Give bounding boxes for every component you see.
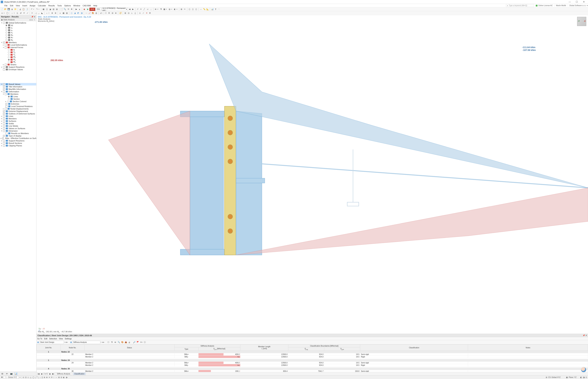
snap15-icon[interactable]: ↔ (55, 376, 57, 378)
calcall-icon[interactable]: ⏵ (78, 8, 81, 11)
first-page-icon[interactable]: |◀ (38, 373, 39, 375)
view2-icon[interactable]: ◪ (49, 8, 52, 11)
cube2-icon[interactable]: ◻ (191, 8, 195, 11)
results2-icon[interactable]: ◉ (86, 8, 89, 11)
label-icon[interactable]: 🏷 (99, 12, 103, 15)
panel-combo2[interactable]: Stiffness Analysis (72, 341, 100, 344)
calc-icon[interactable]: ▶ (75, 8, 78, 11)
text-icon[interactable]: T (214, 8, 217, 11)
arrow-icon[interactable]: ↗ (136, 8, 139, 11)
extend-icon[interactable]: →| (34, 12, 37, 15)
close-button[interactable]: ✕ (580, 0, 587, 4)
viewport[interactable]: DS1 - ULS (STR/GEO) - Permanent and tran… (36, 15, 588, 334)
panel-combo1[interactable]: Steel Joint Design (39, 341, 64, 344)
filter-icon[interactable]: ⚗ (159, 8, 163, 11)
open-icon[interactable]: 📂 (4, 8, 7, 11)
cube3-icon[interactable]: ◻ (195, 8, 198, 11)
view3-icon[interactable]: ▥ (52, 8, 55, 11)
node-icon[interactable]: ✶ (139, 8, 143, 11)
menu-cadbim[interactable]: CAD-BIM (81, 4, 92, 7)
table-row[interactable]: Member 2SMy-+∞12500.0924.018.5Rigid (37, 364, 588, 366)
rot-icon[interactable]: ⟳ (22, 12, 26, 15)
cs-combo[interactable]: 1 - Global XYZ (4, 376, 19, 379)
undo-icon[interactable]: ↶ (30, 8, 33, 11)
menu-calculate[interactable]: Calculate (37, 4, 47, 7)
status-end3-icon[interactable]: ⊡ (586, 376, 587, 378)
blue3-icon[interactable]: ◩ (77, 12, 80, 15)
snap12-icon[interactable]: ✶ (49, 376, 50, 378)
cs-icon[interactable]: ⊞ (546, 376, 547, 378)
more-icon[interactable]: ⋯ (217, 8, 221, 11)
rotate-icon[interactable]: ⟲ (67, 8, 70, 11)
print-icon[interactable]: 🖨 (19, 8, 22, 11)
surface-icon[interactable]: ▱ (146, 8, 149, 11)
ptb-filter-icon[interactable]: ⚗ (110, 341, 113, 344)
menu-file[interactable]: File (3, 4, 9, 7)
snap10-icon[interactable]: ⊕ (44, 376, 45, 378)
pin-icon[interactable]: 📌 ✕ (31, 16, 35, 18)
tab-stiffness[interactable]: Stiffness Analysis (55, 373, 72, 375)
blue2-icon[interactable]: ◪ (73, 12, 76, 15)
company-name[interactable]: Dlubal Software s.r.o. ▾ (568, 5, 588, 6)
prev-page-icon[interactable]: ◀ (41, 373, 42, 375)
tab-data-icon[interactable]: ▤ (1, 372, 4, 375)
table-row[interactable]: 30Member 2SMy+199.1659.47541.7150.8Semi-… (37, 370, 588, 372)
scale-icon[interactable]: ⤢ (26, 12, 29, 15)
stress-icon[interactable]: 🎨 (91, 12, 94, 15)
menu-assign[interactable]: Assign (29, 4, 37, 7)
snap11-icon[interactable]: ⊗ (46, 376, 47, 378)
resulttbl-icon[interactable]: ▤ (65, 12, 68, 15)
view-cube[interactable]: -Y -X (577, 17, 586, 26)
status-end1-icon[interactable]: ◧ (580, 376, 582, 378)
cube1-icon[interactable]: ◻ (188, 8, 191, 11)
keyword-search[interactable]: ▸ Type a keyword (Alt+Q) (506, 4, 534, 7)
saveall-icon[interactable]: 🗎 (11, 8, 14, 11)
status-end2-icon[interactable]: ◨ (583, 376, 585, 378)
ptb-find-icon[interactable]: 🔎 (133, 341, 136, 344)
license-status[interactable]: Online License AC (536, 5, 553, 6)
menu-results[interactable]: Results (47, 4, 56, 7)
guides-icon[interactable]: ┼ (134, 12, 137, 15)
ptb-select-icon[interactable]: ☐ (107, 341, 110, 344)
pan-icon[interactable]: ✥ (70, 8, 73, 11)
measure-icon[interactable]: 📐 (206, 8, 209, 11)
save-icon[interactable]: 💾 (7, 8, 10, 11)
ptb-colors-icon[interactable]: 🎨 (121, 341, 124, 344)
redo-icon[interactable]: ↷ (35, 8, 38, 11)
menu-window[interactable]: Window (72, 4, 81, 7)
view1-icon[interactable]: ◫ (45, 8, 48, 11)
new-icon[interactable]: 📄 (0, 8, 4, 11)
settings-icon[interactable]: ⚙ (148, 12, 151, 15)
tab-views-icon[interactable]: 📷 (10, 372, 13, 375)
eye-icon[interactable]: 👁 (154, 8, 157, 11)
move-icon[interactable]: ↕ (11, 12, 14, 15)
blue4-icon[interactable]: ◨ (80, 12, 83, 15)
tab-classification[interactable]: Classification (73, 373, 86, 375)
panel-table[interactable]: Joint No. Node No. Status Stiffness Anal… (36, 345, 588, 372)
zoomext-icon[interactable]: ⛶ (60, 8, 63, 11)
menu-help[interactable]: Help (92, 4, 99, 7)
zoomwin-icon[interactable]: 🔍 (63, 8, 66, 11)
results-tree[interactable]: ▾Global Deformations |u| uₓ uᵧ uz φX φY … (0, 21, 36, 372)
next-icon[interactable]: ▶ (131, 8, 135, 11)
results-icon[interactable]: ◉ (83, 8, 86, 11)
panel-settings[interactable]: Settings (65, 338, 72, 340)
snap8-icon[interactable]: ⟂ (40, 376, 41, 378)
snap14-icon[interactable]: ↕ (53, 376, 54, 378)
mirror-icon[interactable]: ⇄ (19, 12, 22, 15)
snap9-icon[interactable]: ∥ (42, 376, 43, 378)
table-row[interactable]: 22Member 2SMy+409.012500.0924.018.5Semi-… (37, 353, 588, 356)
snap4-icon[interactable]: △ (30, 376, 31, 378)
grid2-icon[interactable]: ⊞ (124, 12, 127, 15)
table-row[interactable]: 4Nodes: 30 (37, 368, 588, 370)
sect-icon[interactable]: ⊞ (180, 8, 183, 11)
surfload-icon[interactable]: ▦ (62, 12, 65, 15)
blue1-icon[interactable]: ◫ (70, 12, 73, 15)
ds1-chip[interactable]: DS1 (95, 8, 101, 11)
intersect-icon[interactable]: ⊗ (54, 12, 57, 15)
tools-icon[interactable]: 🛠 (1, 376, 3, 378)
ptb-flag-icon[interactable]: 🚩 (136, 341, 139, 344)
snap18-icon[interactable]: ◐ (63, 376, 65, 378)
assistant-avatar[interactable] (581, 367, 586, 372)
contour-icon[interactable]: ◍ (95, 12, 98, 15)
